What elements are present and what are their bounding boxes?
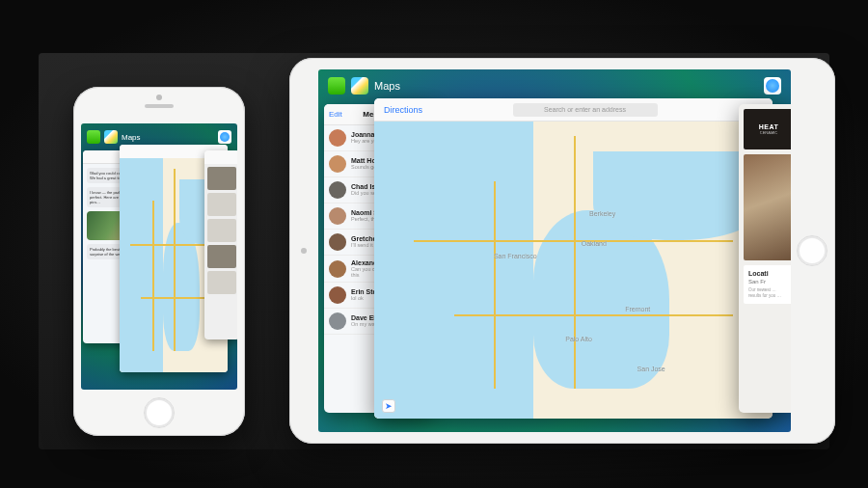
avatar — [329, 181, 346, 199]
ad-subline: CERAMIC — [760, 130, 777, 135]
maps-icon[interactable] — [351, 77, 368, 95]
map-city-label: San Jose — [637, 366, 665, 372]
ipad-front-camera — [301, 248, 307, 254]
front-app-title: Maps — [374, 80, 400, 92]
ipad-screen: Maps Edit Messages ✎ Joanna FoxHey are y… — [318, 69, 791, 432]
iphone-home-button[interactable] — [144, 397, 175, 428]
iphone-card-safari[interactable] — [204, 150, 237, 339]
map-city-label: Berkeley — [589, 210, 615, 217]
map-city-label: San Francisco — [494, 253, 537, 259]
safari-hero-image — [744, 154, 791, 260]
ipad-card-safari[interactable]: HEAT CERAMIC Locati San Fr Our newest … … — [739, 104, 791, 413]
map-city-label: Palo Alto — [565, 336, 592, 342]
maps-directions-button[interactable]: Directions — [384, 105, 422, 115]
avatar — [329, 155, 346, 173]
map-city-label: Fremont — [625, 306, 650, 312]
safari-thumbnail — [207, 219, 236, 242]
safari-ad-banner: HEAT CERAMIC — [744, 109, 791, 149]
article-title: Locati — [748, 270, 789, 277]
avatar — [329, 207, 346, 225]
iphone-device: Maps Glad you could come by! We had a gr… — [73, 87, 245, 436]
iphone-earpiece — [145, 104, 174, 108]
maps-locate-me-button[interactable]: ➤ — [382, 399, 395, 413]
avatar — [329, 260, 346, 278]
safari-icon[interactable] — [218, 130, 231, 144]
safari-navbar — [204, 150, 237, 164]
ipad-switcher-header: Maps — [318, 75, 791, 96]
ipad-home-button[interactable] — [797, 235, 827, 266]
safari-icon[interactable] — [764, 77, 781, 95]
avatar — [329, 312, 346, 330]
maps-search-field[interactable]: Search or enter an address — [513, 103, 658, 117]
article-location: San Fr — [748, 279, 789, 285]
map-canvas[interactable]: San Francisco Oakland Berkeley San Jose … — [374, 122, 773, 419]
messages-icon[interactable] — [328, 77, 345, 95]
iphone-switcher-header: Maps — [81, 127, 237, 147]
maps-toolbar: Directions Search or enter an address Ad… — [374, 98, 773, 122]
avatar — [329, 129, 346, 147]
safari-thumbnail — [207, 271, 236, 294]
ipad-device: Maps Edit Messages ✎ Joanna FoxHey are y… — [289, 58, 835, 444]
ipad-card-maps[interactable]: Directions Search or enter an address Ad… — [374, 98, 773, 419]
safari-article-card: Locati San Fr Our newest … results for y… — [744, 265, 791, 304]
safari-thumbnail — [207, 245, 236, 268]
article-body: Our newest … results for you … — [748, 287, 789, 299]
maps-icon[interactable] — [104, 130, 118, 144]
iphone-screen: Maps Glad you could come by! We had a gr… — [81, 123, 237, 390]
front-app-title: Maps — [122, 133, 141, 142]
messages-icon[interactable] — [87, 130, 100, 144]
map-city-label: Oakland — [582, 240, 607, 247]
avatar — [329, 233, 346, 251]
safari-thumbnail — [207, 193, 236, 216]
safari-thumbnail — [207, 167, 236, 190]
avatar — [329, 286, 346, 304]
messages-edit-button[interactable]: Edit — [329, 110, 342, 119]
device-scene: Maps Glad you could come by! We had a gr… — [0, 0, 868, 488]
ad-brand: HEAT — [759, 123, 779, 130]
iphone-front-camera — [156, 95, 162, 100]
